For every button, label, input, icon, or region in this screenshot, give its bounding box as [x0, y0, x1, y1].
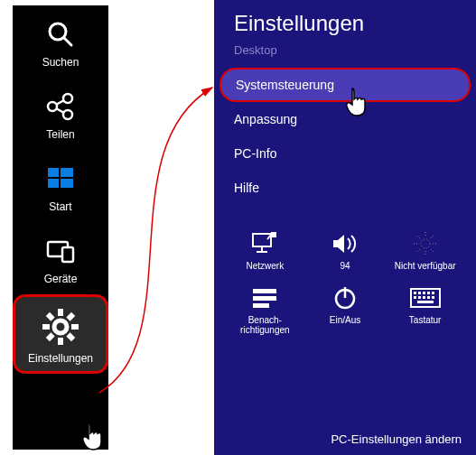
network-icon [251, 232, 278, 255]
charm-devices-label: Geräte [44, 273, 78, 285]
svg-line-5 [56, 100, 64, 105]
menu-control-panel[interactable]: Systemsteuerung [219, 68, 471, 102]
svg-line-6 [56, 108, 64, 113]
charms-bar: Suchen Teilen Start Geräte [13, 5, 108, 450]
svg-point-2 [48, 102, 57, 111]
svg-line-33 [417, 236, 420, 238]
svg-point-28 [421, 239, 430, 248]
share-icon [44, 90, 77, 123]
svg-rect-12 [62, 247, 73, 262]
svg-rect-16 [42, 324, 50, 330]
svg-rect-8 [61, 168, 73, 177]
windows-icon [44, 162, 77, 195]
charm-devices[interactable]: Geräte [13, 222, 108, 294]
tile-brightness-label: Nicht verfügbar [395, 261, 456, 271]
svg-line-35 [417, 249, 420, 252]
svg-point-3 [63, 94, 72, 103]
menu-help-label: Hilfe [234, 181, 259, 195]
svg-rect-17 [71, 324, 79, 330]
tile-power-label: Ein/Aus [330, 315, 360, 325]
menu-pc-info[interactable]: PC-Info [214, 136, 476, 171]
svg-rect-50 [423, 296, 425, 299]
svg-rect-44 [418, 292, 421, 294]
svg-rect-38 [253, 296, 276, 301]
svg-rect-46 [427, 292, 430, 294]
panel-context: Desktop [214, 42, 476, 68]
svg-rect-37 [253, 289, 276, 293]
svg-rect-51 [427, 296, 430, 299]
tile-power[interactable]: Ein/Aus [307, 284, 384, 336]
svg-rect-14 [58, 309, 63, 316]
charm-share[interactable]: Teilen [13, 78, 108, 150]
svg-rect-7 [48, 168, 59, 177]
svg-rect-43 [414, 292, 416, 294]
charm-share-label: Teilen [46, 128, 74, 141]
search-icon [44, 18, 77, 51]
settings-panel: Einstellungen Desktop Systemsteuerung An… [214, 0, 476, 455]
svg-rect-9 [48, 179, 59, 188]
svg-rect-47 [432, 292, 434, 294]
svg-rect-21 [66, 332, 75, 341]
charm-settings-label: Einstellungen [28, 352, 93, 365]
tile-notifications[interactable]: Benach-richtigungen [227, 284, 303, 336]
change-pc-settings[interactable]: PC-Einstellungen ändern [331, 432, 462, 446]
svg-rect-49 [418, 296, 421, 299]
svg-rect-10 [61, 179, 73, 188]
svg-rect-22 [253, 234, 271, 246]
gear-icon [41, 307, 80, 347]
svg-rect-48 [414, 296, 416, 299]
tile-keyboard[interactable]: Tastatur [387, 284, 463, 336]
charm-start-label: Start [49, 200, 71, 213]
tile-network-label: Netzwerk [246, 261, 284, 271]
tile-brightness[interactable]: Nicht verfügbar [387, 230, 463, 272]
change-pc-settings-label: PC-Einstellungen ändern [331, 432, 462, 446]
panel-title: Einstellungen [214, 11, 476, 42]
quick-tiles: Netzwerk 94 [214, 205, 476, 345]
svg-rect-45 [423, 292, 425, 294]
svg-rect-18 [66, 312, 75, 321]
svg-rect-25 [271, 232, 276, 237]
svg-point-13 [54, 320, 67, 333]
svg-rect-39 [253, 303, 269, 308]
svg-rect-19 [46, 332, 55, 341]
power-icon [332, 285, 358, 311]
svg-rect-53 [417, 301, 434, 303]
svg-rect-15 [58, 338, 63, 345]
volume-icon [331, 232, 359, 255]
menu-personalization-label: Anpassung [234, 112, 297, 126]
tile-network[interactable]: Netzwerk [227, 230, 303, 272]
brightness-icon [412, 230, 439, 257]
tile-volume[interactable]: 94 [307, 230, 384, 272]
keyboard-icon [410, 288, 441, 308]
menu-control-panel-label: Systemsteuerung [236, 78, 334, 92]
charm-search-label: Suchen [42, 56, 79, 69]
tile-notifications-label: Benach-richtigungen [240, 315, 289, 336]
menu-pc-info-label: PC-Info [234, 146, 276, 161]
charm-search[interactable]: Suchen [13, 5, 108, 78]
svg-line-34 [431, 249, 434, 252]
charm-start[interactable]: Start [13, 150, 108, 222]
svg-marker-27 [333, 235, 344, 253]
svg-rect-52 [432, 296, 434, 299]
svg-line-36 [431, 236, 434, 238]
devices-icon [44, 235, 77, 267]
tile-volume-label: 94 [340, 261, 350, 271]
notifications-icon [251, 287, 278, 309]
svg-point-4 [63, 110, 72, 119]
charm-settings[interactable]: Einstellungen [13, 294, 108, 374]
menu-help[interactable]: Hilfe [214, 171, 476, 205]
tile-keyboard-label: Tastatur [409, 315, 442, 325]
svg-line-1 [64, 38, 71, 45]
menu-personalization[interactable]: Anpassung [214, 102, 476, 136]
svg-rect-20 [46, 312, 55, 321]
